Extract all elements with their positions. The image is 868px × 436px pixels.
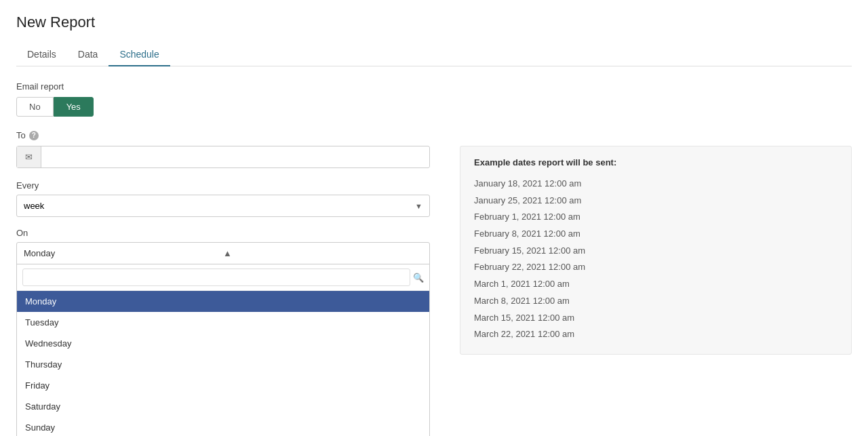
- on-dropdown-selected-value: Monday: [24, 248, 223, 258]
- on-dropdown-item-friday[interactable]: Friday: [17, 375, 429, 396]
- on-dropdown-search-icon: 🔍: [413, 273, 424, 283]
- example-date-1: January 18, 2021 12:00 am: [474, 176, 837, 193]
- example-date-8: March 8, 2021 12:00 am: [474, 293, 837, 310]
- to-help-icon[interactable]: ?: [29, 131, 39, 140]
- example-date-3: February 1, 2021 12:00 am: [474, 209, 837, 226]
- page-title: New Report: [16, 14, 852, 31]
- example-date-9: March 15, 2021 12:00 am: [474, 310, 837, 327]
- main-content: ✉ Every day week month year ▼ On Monday: [16, 146, 852, 436]
- on-dropdown-item-saturday[interactable]: Saturday: [17, 396, 429, 417]
- tab-bar: Details Data Schedule: [16, 43, 852, 66]
- on-dropdown-header[interactable]: Monday ▲: [17, 243, 429, 264]
- email-input-row: ✉: [16, 146, 430, 168]
- every-select-arrow: ▼: [408, 202, 429, 210]
- example-dates-title: Example dates report will be sent:: [474, 157, 837, 167]
- on-dropdown-item-wednesday[interactable]: Wednesday: [17, 333, 429, 354]
- example-date-2: January 25, 2021 12:00 am: [474, 193, 837, 210]
- every-select-row: day week month year ▼: [16, 195, 430, 217]
- to-label: To ?: [16, 130, 852, 140]
- every-label: Every: [16, 180, 443, 191]
- example-date-10: March 22, 2021 12:00 am: [474, 326, 837, 343]
- on-label: On: [16, 228, 443, 238]
- on-dropdown-search-input[interactable]: [22, 269, 410, 286]
- on-dropdown-search-box: 🔍: [17, 264, 429, 291]
- every-select[interactable]: day week month year: [17, 195, 408, 216]
- example-date-4: February 8, 2021 12:00 am: [474, 226, 837, 243]
- on-dropdown-list: Monday Tuesday Wednesday Thursday Friday…: [17, 291, 429, 436]
- tab-schedule[interactable]: Schedule: [108, 43, 170, 66]
- email-report-label: Email report: [16, 81, 852, 92]
- on-dropdown-item-monday[interactable]: Monday: [17, 291, 429, 312]
- tab-details[interactable]: Details: [16, 43, 67, 66]
- page-container: New Report Details Data Schedule Email r…: [0, 0, 868, 436]
- form-section: ✉ Every day week month year ▼ On Monday: [16, 146, 443, 436]
- email-report-yes-button[interactable]: Yes: [54, 97, 94, 117]
- email-report-toggle: No Yes: [16, 97, 852, 117]
- example-date-5: February 15, 2021 12:00 am: [474, 243, 837, 260]
- on-dropdown: Monday ▲ 🔍 Monday Tuesday Wednesday Thur…: [16, 242, 430, 436]
- on-dropdown-arrow-up-icon: ▲: [223, 248, 422, 258]
- example-dates-box: Example dates report will be sent: Janua…: [460, 146, 852, 355]
- email-report-no-button[interactable]: No: [16, 97, 54, 117]
- on-dropdown-item-sunday[interactable]: Sunday: [17, 417, 429, 436]
- example-date-7: March 1, 2021 12:00 am: [474, 276, 837, 293]
- on-dropdown-item-tuesday[interactable]: Tuesday: [17, 312, 429, 333]
- example-date-6: February 22, 2021 12:00 am: [474, 259, 837, 276]
- email-icon: ✉: [17, 146, 41, 167]
- on-dropdown-item-thursday[interactable]: Thursday: [17, 354, 429, 375]
- email-input[interactable]: [41, 147, 429, 167]
- tab-data[interactable]: Data: [67, 43, 109, 66]
